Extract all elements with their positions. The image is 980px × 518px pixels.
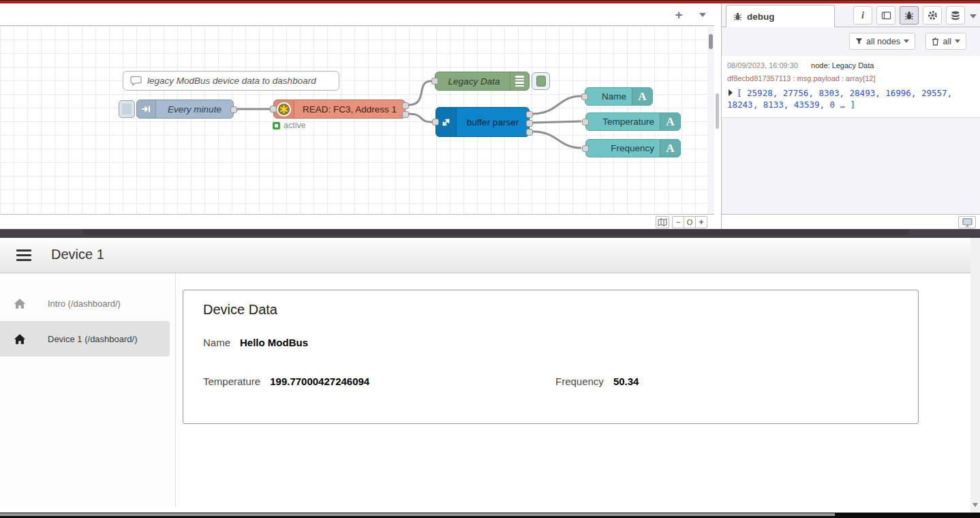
zoom-in-button[interactable]: + bbox=[695, 216, 707, 228]
book-icon bbox=[881, 11, 891, 20]
help-sidebar-button[interactable] bbox=[876, 6, 895, 25]
comment-bubble-icon bbox=[130, 76, 142, 86]
field-temperature-value: 199.77000427246094 bbox=[270, 376, 369, 387]
wire bbox=[533, 96, 581, 114]
window-separator bbox=[0, 229, 980, 238]
debug-node-label: Legacy Data bbox=[435, 76, 510, 87]
flow-tab-bar: + bbox=[0, 3, 714, 26]
bug-icon bbox=[904, 11, 914, 20]
status-text: active bbox=[284, 121, 306, 130]
message-payload[interactable]: [ 25928, 27756, 8303, 28493, 16996, 2955… bbox=[727, 87, 973, 110]
filter-nodes-label: all nodes bbox=[866, 37, 900, 46]
comment-node[interactable]: legacy ModBus device data to dashboard bbox=[123, 71, 339, 91]
node-red-dashboard: Device 1 Intro (/dashboard/) Device 1 (/… bbox=[0, 238, 980, 513]
parser-input-port[interactable] bbox=[432, 119, 439, 125]
inject-output-port[interactable] bbox=[230, 106, 237, 113]
context-sidebar-button[interactable] bbox=[946, 6, 965, 25]
field-name-value: Hello ModBus bbox=[240, 337, 308, 348]
card-title: Device Data bbox=[203, 302, 277, 318]
read-output-port-2[interactable] bbox=[402, 111, 409, 118]
inject-node[interactable]: Every minute bbox=[136, 100, 234, 119]
buffer-parser-label: buffer parser bbox=[457, 117, 529, 127]
info-sidebar-button[interactable]: i bbox=[853, 6, 872, 25]
debug-enable-toggle[interactable] bbox=[532, 72, 550, 90]
clear-messages-button[interactable]: all bbox=[925, 33, 966, 50]
debug-list-icon bbox=[510, 72, 529, 90]
filter-nodes-button[interactable]: all nodes bbox=[849, 33, 915, 50]
editor-footer: − O + bbox=[0, 214, 714, 229]
debug-input-port[interactable] bbox=[431, 78, 438, 85]
debug-sidebar-button[interactable] bbox=[900, 6, 919, 25]
name-input-port[interactable] bbox=[581, 93, 588, 100]
dashboard-sidebar: Intro (/dashboard/) Device 1 (/dashboard… bbox=[0, 273, 176, 507]
hamburger-menu-icon[interactable] bbox=[16, 249, 31, 261]
tab-debug[interactable]: debug bbox=[726, 5, 835, 27]
node-red-editor: + legacy ModBus device data to dashboard bbox=[0, 3, 980, 229]
text-a-icon: A bbox=[660, 140, 680, 157]
parser-output-port-3[interactable] bbox=[526, 129, 533, 136]
wire bbox=[409, 81, 431, 105]
divider-handle[interactable] bbox=[716, 93, 719, 129]
status-dot-icon bbox=[273, 122, 280, 130]
temperature-input-port[interactable] bbox=[582, 119, 589, 125]
parser-output-port-1[interactable] bbox=[526, 111, 533, 118]
dashboard-header: Device 1 bbox=[0, 238, 970, 273]
ui-text-node-name[interactable]: Name A bbox=[585, 87, 653, 106]
sidebar-resize-divider[interactable] bbox=[714, 3, 721, 229]
zoom-reset-button[interactable]: O bbox=[684, 216, 696, 228]
node-status: active bbox=[273, 121, 306, 130]
payload-line-1: [ 25928, 27756, 8303, 28493, 16996, 2955… bbox=[737, 88, 952, 98]
comment-node-label: legacy ModBus device data to dashboard bbox=[147, 76, 316, 86]
database-icon bbox=[951, 11, 960, 20]
config-sidebar-button[interactable] bbox=[923, 6, 942, 25]
nav-item-device-1[interactable]: Device 1 (/dashboard/) bbox=[0, 321, 170, 356]
field-temperature: Temperature199.77000427246094 bbox=[203, 376, 369, 387]
sidebar-options-caret-icon[interactable] bbox=[970, 14, 977, 18]
wire bbox=[533, 132, 581, 148]
field-frequency-label: Frequency bbox=[555, 376, 604, 387]
horizontal-scrollbar-thumb[interactable] bbox=[0, 513, 835, 516]
inject-node-label: Every minute bbox=[156, 104, 233, 115]
wire bbox=[409, 114, 431, 122]
flow-list-caret-icon[interactable] bbox=[699, 13, 706, 17]
sidebar-footer bbox=[722, 214, 980, 229]
zoom-out-button[interactable]: − bbox=[672, 216, 684, 228]
message-property-path: df8ecbd817357113 : msg.payload : array[1… bbox=[727, 74, 973, 82]
ui-text-temperature-label: Temperature bbox=[586, 117, 660, 127]
add-flow-button[interactable]: + bbox=[671, 7, 687, 23]
text-a-icon: A bbox=[632, 88, 652, 105]
canvas-scrollbar-thumb[interactable] bbox=[709, 34, 713, 49]
ui-text-node-temperature[interactable]: Temperature A bbox=[585, 112, 681, 131]
nav-item-intro[interactable]: Intro (/dashboard/) bbox=[0, 286, 170, 321]
home-icon bbox=[14, 333, 26, 345]
read-output-port-1[interactable] bbox=[402, 102, 409, 109]
monitor-icon bbox=[962, 218, 973, 227]
device-data-card: Device Data NameHello ModBus Temperature… bbox=[183, 290, 919, 424]
frequency-input-port[interactable] bbox=[582, 145, 589, 152]
scroll-down-arrow-icon[interactable] bbox=[973, 503, 978, 507]
read-input-port[interactable] bbox=[270, 106, 277, 112]
clear-caret-icon bbox=[955, 40, 960, 43]
debug-message-list[interactable]: 08/09/2023, 16:09:30 node: Legacy Data d… bbox=[722, 56, 980, 199]
debug-sidebar: debug i all nodes bbox=[721, 3, 980, 229]
nav-item-label: Device 1 (/dashboard/) bbox=[48, 334, 138, 344]
navigator-button[interactable] bbox=[656, 216, 669, 228]
ui-text-node-frequency[interactable]: Frequency A bbox=[585, 139, 681, 157]
field-name: NameHello ModBus bbox=[203, 337, 308, 348]
wire bbox=[533, 121, 581, 123]
flow-canvas[interactable]: legacy ModBus device data to dashboard E… bbox=[0, 26, 707, 214]
message-source-node: node: Legacy Data bbox=[811, 61, 874, 70]
debug-node[interactable]: Legacy Data bbox=[435, 72, 530, 91]
dashboard-scrollbar[interactable] bbox=[970, 238, 980, 513]
canvas-vertical-scrollbar[interactable] bbox=[707, 26, 714, 214]
open-debug-window-button[interactable] bbox=[958, 216, 976, 228]
modbus-read-label: READ: FC3, Address 1 bbox=[294, 104, 405, 115]
debug-message[interactable]: 08/09/2023, 16:09:30 node: Legacy Data d… bbox=[722, 56, 980, 118]
modbus-read-node[interactable]: READ: FC3, Address 1 bbox=[273, 100, 405, 119]
tab-debug-label: debug bbox=[747, 12, 775, 22]
expand-payload-icon[interactable] bbox=[729, 89, 733, 96]
parser-output-port-2[interactable] bbox=[526, 120, 533, 127]
bottom-window-edge bbox=[0, 513, 980, 518]
buffer-parser-node[interactable]: buffer parser bbox=[435, 107, 530, 137]
inject-button[interactable] bbox=[119, 100, 135, 118]
